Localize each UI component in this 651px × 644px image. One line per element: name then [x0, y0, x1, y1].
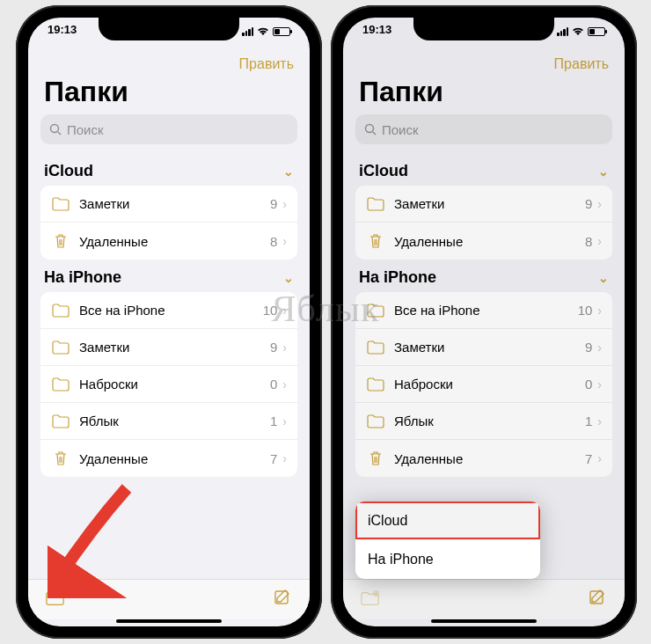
trash-icon: [51, 450, 70, 466]
svg-line-1: [58, 132, 61, 135]
phone-frame-right: 19:13 Править Папки Поиск iCloud ⌄: [331, 5, 637, 639]
screen: 19:13 Править Папки Поиск iCloud ⌄: [343, 18, 625, 626]
bottom-toolbar: [28, 579, 310, 619]
chevron-right-icon: ›: [282, 304, 287, 318]
section-card: Все на iPhone 10 › Заметки 9 › Наброски …: [40, 292, 297, 477]
chevron-right-icon: ›: [282, 451, 287, 465]
chevron-right-icon: ›: [282, 197, 287, 211]
chevron-down-icon: ⌄: [283, 165, 294, 179]
folder-row[interactable]: Наброски 0 ›: [40, 366, 297, 403]
svg-point-0: [51, 125, 59, 133]
folder-icon: [51, 340, 70, 355]
search-input[interactable]: Поиск: [40, 114, 297, 144]
edit-button[interactable]: Править: [239, 56, 294, 71]
screen: 19:13 Править Папки Поиск iCloud ⌄: [28, 18, 310, 626]
popup-option-icloud[interactable]: iCloud: [355, 501, 540, 540]
wifi-icon: [257, 26, 269, 39]
search-icon: [49, 123, 62, 135]
new-folder-button[interactable]: [46, 589, 65, 611]
folder-row[interactable]: Все на iPhone 10 ›: [40, 292, 297, 329]
chevron-right-icon: ›: [282, 377, 287, 392]
location-popup: iCloud На iPhone: [355, 501, 540, 579]
section-header-icloud[interactable]: iCloud ⌄: [28, 153, 310, 186]
status-time: 19:13: [48, 23, 77, 40]
chevron-right-icon: ›: [282, 414, 287, 428]
section-card: Заметки 9 › Удаленные 8 ›: [40, 186, 297, 260]
trash-icon: [51, 233, 70, 249]
compose-button[interactable]: [273, 589, 292, 611]
folder-list: iCloud ⌄ Заметки 9 › Удаленные 8 ›: [28, 153, 310, 579]
folder-icon: [51, 304, 70, 318]
folder-icon: [51, 414, 70, 428]
home-indicator[interactable]: [431, 619, 537, 623]
folder-icon: [51, 197, 70, 211]
home-indicator[interactable]: [116, 619, 222, 623]
folder-row[interactable]: Яблык 1 ›: [40, 403, 297, 440]
battery-icon: [273, 27, 290, 36]
folder-row[interactable]: Заметки 9 ›: [40, 329, 297, 366]
phone-frame-left: 19:13 Править Папки Поиск iCloud ⌄: [16, 5, 322, 639]
folder-row[interactable]: Удаленные 8 ›: [40, 223, 297, 260]
folder-row[interactable]: Удаленные 7 ›: [40, 440, 297, 477]
signal-icon: [242, 27, 253, 36]
popup-option-oniphone[interactable]: На iPhone: [355, 540, 540, 579]
chevron-right-icon: ›: [282, 234, 287, 248]
section-header-oniphone[interactable]: На iPhone ⌄: [28, 260, 310, 292]
notch: [99, 18, 239, 40]
nav-bar: Править: [28, 49, 310, 76]
page-title: Папки: [44, 76, 128, 108]
chevron-right-icon: ›: [282, 340, 287, 355]
folder-icon: [51, 377, 70, 392]
folder-row[interactable]: Заметки 9 ›: [40, 186, 297, 223]
search-placeholder: Поиск: [67, 122, 104, 137]
chevron-down-icon: ⌄: [283, 271, 294, 285]
status-indicators: [242, 23, 290, 40]
